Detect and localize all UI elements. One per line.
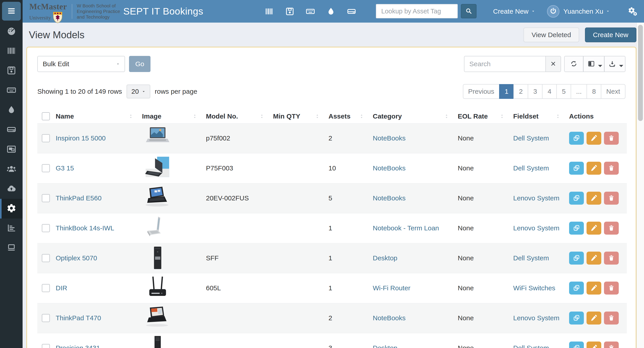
sidebar-item-accessories[interactable] — [0, 81, 22, 100]
row-checkbox[interactable] — [42, 284, 50, 292]
row-checkbox[interactable] — [42, 194, 50, 202]
column-header-assets[interactable]: Assets — [324, 110, 368, 123]
pagination-page-2[interactable]: 2 — [514, 84, 528, 99]
column-header-min-qty[interactable]: Min QTY — [268, 110, 324, 123]
category-link[interactable]: NoteBooks — [373, 134, 406, 142]
fieldset-link[interactable]: Dell System — [513, 254, 549, 262]
clone-button[interactable] — [569, 222, 584, 234]
category-link[interactable]: Desktop — [373, 254, 397, 262]
vertical-scrollbar[interactable] — [636, 22, 644, 348]
select-all-checkbox[interactable] — [42, 112, 50, 120]
fieldset-link[interactable]: Dell System — [513, 164, 549, 172]
category-link[interactable]: Wi-Fi Router — [373, 284, 410, 292]
edit-button[interactable] — [586, 282, 601, 294]
clone-button[interactable] — [569, 342, 584, 348]
category-link[interactable]: NoteBooks — [373, 194, 406, 202]
refresh-button[interactable] — [564, 56, 584, 72]
delete-button[interactable] — [604, 162, 619, 175]
admin-settings-button[interactable] — [628, 7, 637, 16]
model-name-link[interactable]: Optiplex 5070 — [56, 254, 97, 262]
pagination-page-5[interactable]: 5 — [556, 84, 571, 99]
model-name-link[interactable]: ThinkBook 14s-IWL — [56, 224, 114, 232]
delete-button[interactable] — [604, 312, 619, 324]
clone-button[interactable] — [569, 192, 584, 205]
sidebar-item-assets[interactable] — [0, 42, 22, 61]
asset-lookup-input[interactable] — [376, 4, 458, 18]
pagination-page-3[interactable]: 3 — [528, 84, 542, 99]
column-header-fieldset[interactable]: Fieldset — [509, 110, 564, 123]
pagination-previous[interactable]: Previous — [463, 84, 500, 99]
clone-button[interactable] — [569, 312, 584, 324]
model-name-link[interactable]: G3 15 — [56, 164, 74, 172]
pagination-next[interactable]: Next — [601, 84, 626, 99]
page-size-select[interactable]: 20 — [126, 84, 150, 98]
column-header-eol-rate[interactable]: EOL Rate — [453, 110, 509, 123]
sidebar-item-settings[interactable] — [0, 199, 22, 218]
bulk-go-button[interactable]: Go — [129, 56, 150, 72]
model-name-link[interactable]: ThinkPad E560 — [56, 194, 102, 202]
clone-button[interactable] — [569, 282, 584, 294]
sidebar-item-consumables[interactable] — [0, 100, 22, 120]
column-header-model-no-[interactable]: Model No. — [202, 110, 268, 123]
sidebar-item-reports[interactable] — [0, 218, 22, 238]
sidebar-item-components[interactable] — [0, 120, 22, 140]
export-button[interactable] — [604, 56, 626, 72]
row-checkbox[interactable] — [42, 314, 50, 322]
row-checkbox[interactable] — [42, 344, 50, 348]
fieldset-link[interactable]: Lenovo System — [513, 224, 560, 232]
view-deleted-button[interactable]: View Deleted — [524, 28, 579, 42]
edit-button[interactable] — [586, 222, 601, 234]
sidebar-item-licenses[interactable] — [0, 61, 22, 81]
quick-link-floppy-save-icon[interactable] — [285, 7, 294, 16]
fieldset-link[interactable]: Dell System — [513, 344, 549, 348]
edit-button[interactable] — [586, 162, 601, 175]
model-name-link[interactable]: DIR — [56, 284, 67, 292]
delete-button[interactable] — [604, 252, 619, 264]
delete-button[interactable] — [604, 282, 619, 294]
bulk-actions-select[interactable]: Bulk Edit — [37, 56, 125, 72]
table-search-input[interactable] — [464, 56, 546, 72]
edit-button[interactable] — [586, 132, 601, 145]
column-header-category[interactable]: Category — [368, 110, 453, 123]
model-name-link[interactable]: Inspiron 15 5000 — [56, 134, 106, 142]
fieldset-link[interactable]: Dell System — [513, 134, 549, 142]
category-link[interactable]: Notebook - Term Loan — [373, 224, 439, 232]
pagination-page-1[interactable]: 1 — [499, 84, 514, 99]
asset-lookup-search-button[interactable] — [461, 4, 476, 18]
row-checkbox[interactable] — [42, 224, 50, 232]
sidebar-item-requestable[interactable] — [0, 238, 22, 258]
clone-button[interactable] — [569, 252, 584, 264]
avatar[interactable] — [547, 5, 560, 18]
row-checkbox[interactable] — [42, 164, 50, 172]
quick-link-droplet-icon[interactable] — [326, 7, 336, 16]
edit-button[interactable] — [586, 192, 601, 205]
model-name-link[interactable]: ThinkPad T470 — [56, 314, 101, 322]
pagination-page-4[interactable]: 4 — [542, 84, 557, 99]
quick-link-keyboard-icon[interactable] — [306, 7, 315, 16]
clear-search-button[interactable] — [546, 56, 561, 72]
category-link[interactable]: NoteBooks — [373, 164, 406, 172]
sidebar-item-import[interactable] — [0, 179, 22, 199]
create-new-button[interactable]: Create New — [585, 28, 636, 42]
model-name-link[interactable]: Precision 3431 — [56, 344, 100, 348]
column-header-actions[interactable]: Actions — [564, 110, 627, 123]
clone-button[interactable] — [569, 132, 584, 145]
edit-button[interactable] — [586, 342, 601, 348]
pagination-page-8[interactable]: 8 — [586, 84, 601, 99]
delete-button[interactable] — [604, 222, 619, 234]
edit-button[interactable] — [586, 312, 601, 324]
quick-link-hdd-icon[interactable] — [347, 7, 356, 16]
columns-button[interactable] — [584, 56, 604, 72]
menu-toggle-button[interactable] — [2, 2, 21, 20]
delete-button[interactable] — [604, 192, 619, 205]
column-header-image[interactable]: Image — [138, 110, 202, 123]
quick-link-barcode-icon[interactable] — [264, 7, 274, 16]
row-checkbox[interactable] — [42, 254, 50, 262]
sidebar-item-kits[interactable] — [0, 140, 22, 160]
clone-button[interactable] — [569, 162, 584, 175]
category-link[interactable]: NoteBooks — [373, 314, 406, 322]
sidebar-item-people[interactable] — [0, 160, 22, 179]
fieldset-link[interactable]: Lenovo System — [513, 314, 560, 322]
category-link[interactable]: Desktop — [373, 344, 397, 348]
fieldset-link[interactable]: WiFi Switches — [513, 284, 555, 292]
